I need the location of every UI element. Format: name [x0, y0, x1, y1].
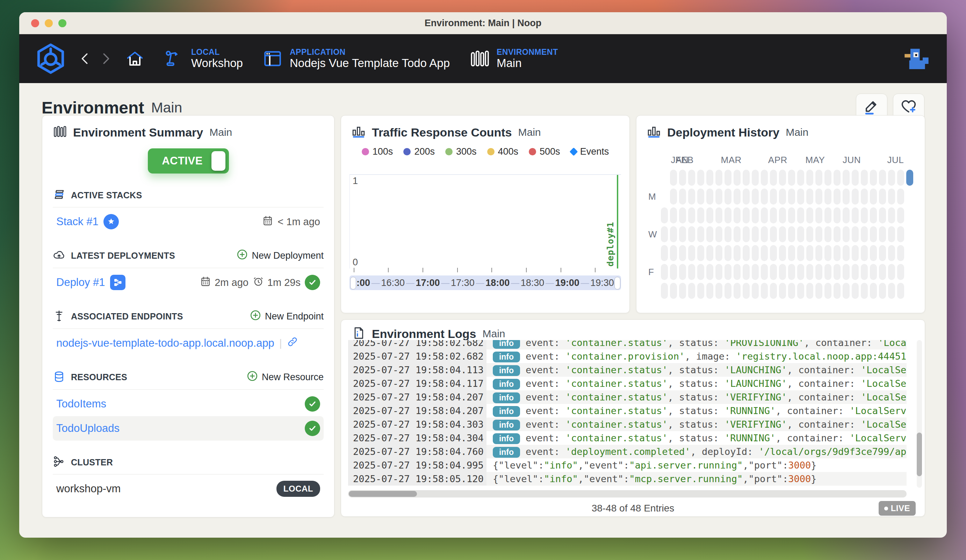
heatmap-cell[interactable]	[743, 207, 750, 223]
heatmap-cell[interactable]	[870, 245, 877, 261]
heatmap-cell[interactable]	[888, 170, 895, 186]
heatmap-cell[interactable]	[806, 283, 813, 299]
heatmap-cell[interactable]	[752, 264, 759, 280]
heatmap-cell[interactable]	[888, 245, 895, 261]
deployment-pipeline-icon[interactable]	[110, 275, 125, 290]
heatmap-cell[interactable]	[879, 283, 886, 299]
heatmap-cell[interactable]	[843, 188, 849, 205]
heatmap-cell[interactable]	[697, 283, 704, 299]
heatmap-cell[interactable]	[697, 226, 704, 242]
range-handle-left[interactable]	[350, 277, 356, 290]
minimize-window-button[interactable]	[45, 19, 53, 27]
heatmap-cell[interactable]	[897, 188, 904, 205]
heatmap-cell[interactable]	[688, 245, 695, 261]
heatmap-cell[interactable]	[779, 188, 786, 205]
heatmap-cell[interactable]	[825, 170, 831, 186]
heatmap-cell[interactable]	[679, 245, 686, 261]
legend-item-300s[interactable]: 300s	[445, 146, 477, 157]
time-range-selector[interactable]: :00—16:30—17:00—17:30—18:00—18:30—19:00—…	[350, 275, 621, 290]
heatmap-cell[interactable]	[670, 226, 677, 242]
legend-item-100s[interactable]: 100s	[362, 146, 393, 157]
heatmap-cell[interactable]	[715, 226, 723, 242]
heatmap-cell[interactable]	[761, 226, 768, 242]
heatmap-cell[interactable]	[697, 264, 704, 280]
heatmap-cell[interactable]	[888, 264, 895, 280]
heatmap-cell[interactable]	[852, 264, 859, 280]
heatmap-cell[interactable]	[679, 207, 686, 223]
heatmap-cell[interactable]	[688, 264, 695, 280]
heatmap-cell[interactable]	[724, 207, 731, 223]
heatmap-cell[interactable]	[706, 207, 713, 223]
heatmap-cell[interactable]	[715, 207, 723, 223]
heatmap-cell[interactable]	[743, 170, 750, 186]
heatmap-cell[interactable]	[815, 283, 822, 299]
breadcrumb-application[interactable]: APPLICATION Nodejs Vue Template Todo App	[263, 47, 450, 70]
heatmap-cell[interactable]	[734, 283, 741, 299]
heatmap-cell[interactable]	[670, 188, 677, 205]
heatmap-cell[interactable]	[706, 226, 713, 242]
heatmap-cell[interactable]	[852, 207, 859, 223]
heatmap-cell[interactable]	[743, 245, 750, 261]
heatmap-cell-active[interactable]	[906, 170, 913, 186]
heatmap-cell[interactable]	[779, 226, 786, 242]
heatmap-cell[interactable]	[734, 188, 741, 205]
breadcrumb-local[interactable]: LOCAL Workshop	[164, 47, 243, 70]
heatmap-cell[interactable]	[788, 207, 795, 223]
heatmap-cell[interactable]	[797, 283, 804, 299]
heatmap-cell[interactable]	[897, 264, 904, 280]
heatmap-cell[interactable]	[661, 245, 668, 261]
heatmap-cell[interactable]	[661, 226, 668, 242]
new-resource-button[interactable]: New Resource	[246, 370, 324, 385]
heatmap-cell[interactable]	[697, 207, 704, 223]
heatmap-cell[interactable]	[833, 264, 841, 280]
heatmap-cell[interactable]	[706, 170, 713, 186]
heatmap-cell[interactable]	[815, 264, 822, 280]
heatmap-cell[interactable]	[852, 283, 859, 299]
heatmap-cell[interactable]	[761, 245, 768, 261]
heatmap-cell[interactable]	[661, 207, 668, 223]
heatmap-cell[interactable]	[715, 170, 723, 186]
heatmap-cell[interactable]	[779, 207, 786, 223]
heatmap-cell[interactable]	[797, 226, 804, 242]
heatmap-cell[interactable]	[797, 188, 804, 205]
forward-arrow-icon[interactable]	[97, 51, 113, 67]
heatmap-cell[interactable]	[697, 188, 704, 205]
heatmap-cell[interactable]	[661, 283, 668, 299]
heatmap-cell[interactable]	[734, 264, 741, 280]
heatmap-cell[interactable]	[670, 264, 677, 280]
heatmap-cell[interactable]	[788, 245, 795, 261]
heatmap-cell[interactable]	[670, 245, 677, 261]
heatmap-cell[interactable]	[852, 245, 859, 261]
new-endpoint-button[interactable]: New Endpoint	[250, 309, 324, 324]
heatmap-cell[interactable]	[825, 207, 831, 223]
heatmap-cell[interactable]	[897, 283, 904, 299]
heatmap-cell[interactable]	[743, 283, 750, 299]
heatmap-cell[interactable]	[825, 245, 831, 261]
heatmap-cell[interactable]	[825, 188, 831, 205]
heatmap-cell[interactable]	[688, 188, 695, 205]
heatmap-cell[interactable]	[724, 245, 731, 261]
heatmap-cell[interactable]	[724, 226, 731, 242]
heatmap-cell[interactable]	[861, 264, 868, 280]
heatmap-cell[interactable]	[761, 207, 768, 223]
heatmap-cell[interactable]	[670, 283, 677, 299]
heatmap-cell[interactable]	[706, 264, 713, 280]
heatmap-cell[interactable]	[779, 283, 786, 299]
heatmap-cell[interactable]	[843, 245, 849, 261]
heatmap-cell[interactable]	[861, 283, 868, 299]
heatmap-cell[interactable]	[697, 245, 704, 261]
heatmap-cell[interactable]	[734, 170, 741, 186]
heatmap-cell[interactable]	[870, 170, 877, 186]
heatmap-cell[interactable]	[734, 207, 741, 223]
heatmap-cell[interactable]	[879, 245, 886, 261]
heatmap-cell[interactable]	[806, 264, 813, 280]
heatmap-cell[interactable]	[833, 245, 841, 261]
heatmap-cell[interactable]	[797, 264, 804, 280]
zoom-window-button[interactable]	[58, 19, 66, 27]
window-titlebar[interactable]: Environment: Main | Noop	[19, 12, 947, 34]
star-badge-icon[interactable]	[104, 214, 119, 229]
vertical-scrollbar-thumb[interactable]	[917, 432, 922, 476]
heatmap-cell[interactable]	[843, 226, 849, 242]
heatmap-cell[interactable]	[715, 283, 723, 299]
heatmap-cell[interactable]	[770, 207, 777, 223]
